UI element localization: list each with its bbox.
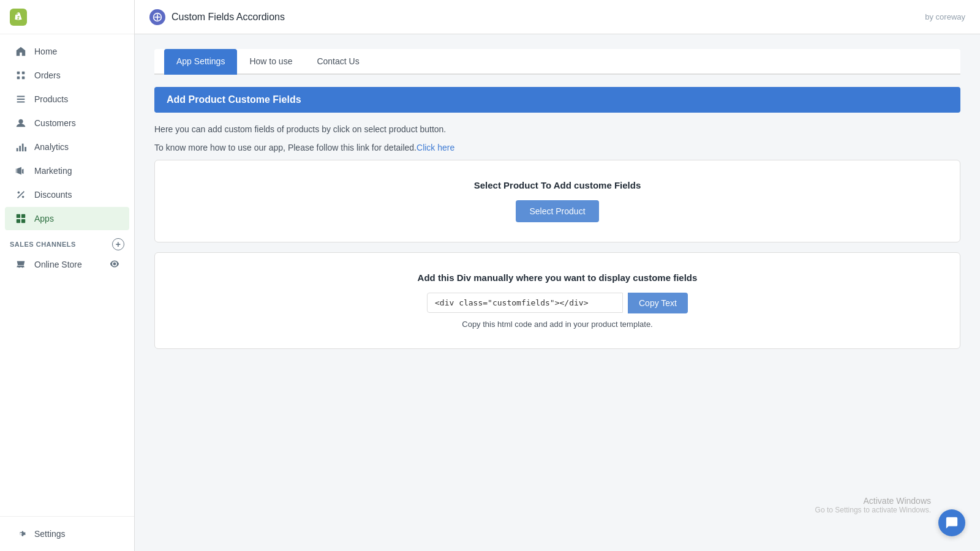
svg-rect-5 — [17, 148, 18, 151]
tabs-container: App Settings How to use Contact Us — [154, 49, 960, 75]
code-hint: Copy this html code and add in your prod… — [462, 320, 652, 329]
sidebar-item-orders[interactable]: Orders — [5, 64, 129, 87]
sidebar-item-home-label: Home — [34, 47, 57, 56]
section-header: Add Product Custome Fields — [154, 87, 960, 113]
sidebar-item-orders-label: Orders — [34, 70, 61, 80]
tab-app-settings[interactable]: App Settings — [164, 49, 237, 75]
svg-point-4 — [18, 119, 23, 124]
description-2-prefix: To know more how to use our app, Please … — [154, 143, 417, 152]
sidebar-item-marketing[interactable]: Marketing — [5, 159, 129, 182]
topbar-by-text: by coreway — [925, 12, 965, 21]
select-product-button[interactable]: Select Product — [516, 200, 598, 222]
svg-rect-13 — [17, 219, 20, 223]
description-1: Here you can add custom fields of produc… — [154, 122, 960, 136]
marketing-icon — [15, 165, 27, 177]
code-row: Copy Text — [427, 293, 688, 313]
add-sales-channel-button[interactable]: + — [112, 238, 124, 250]
code-card: Add this Div manually where you want to … — [154, 252, 960, 349]
svg-rect-7 — [22, 144, 24, 152]
sidebar-item-discounts-label: Discounts — [34, 190, 72, 200]
svg-rect-8 — [24, 147, 26, 151]
app-logo-icon — [149, 9, 165, 25]
sidebar-item-customers-label: Customers — [34, 118, 76, 128]
customers-icon — [15, 117, 27, 129]
analytics-icon — [15, 141, 27, 153]
svg-rect-14 — [21, 219, 25, 223]
description-2: To know more how to use our app, Please … — [154, 141, 960, 154]
sidebar-item-online-store[interactable]: Online Store — [5, 253, 129, 276]
copy-text-button[interactable]: Copy Text — [628, 293, 688, 313]
code-input[interactable] — [427, 293, 623, 313]
sidebar-item-apps-label: Apps — [34, 214, 54, 223]
sales-channels-label: SALES CHANNELS — [10, 241, 76, 248]
apps-icon — [15, 212, 27, 225]
topbar: Custom Fields Accordions by coreway — [135, 0, 980, 34]
home-icon — [15, 45, 27, 58]
sidebar-item-apps[interactable]: Apps — [5, 207, 129, 230]
svg-rect-1 — [22, 72, 25, 75]
select-card-title: Select Product To Add custome Fields — [474, 180, 641, 190]
main-content: Custom Fields Accordions by coreway App … — [135, 0, 980, 551]
click-here-link[interactable]: Click here — [417, 143, 454, 152]
discounts-icon — [15, 189, 27, 201]
svg-rect-12 — [21, 214, 25, 218]
sidebar-item-products-label: Products — [34, 94, 68, 104]
settings-icon — [15, 528, 27, 540]
svg-rect-6 — [19, 146, 21, 151]
orders-icon — [15, 69, 27, 81]
tab-how-to-use[interactable]: How to use — [237, 49, 304, 75]
sidebar-logo — [0, 0, 134, 34]
sidebar-item-home[interactable]: Home — [5, 40, 129, 63]
chat-bubble-button[interactable] — [938, 509, 965, 536]
sales-channels-header: SALES CHANNELS + — [0, 231, 134, 253]
select-product-card: Select Product To Add custome Fields Sel… — [154, 160, 960, 242]
sidebar-item-analytics[interactable]: Analytics — [5, 135, 129, 159]
topbar-title: Custom Fields Accordions — [172, 12, 285, 23]
tab-contact-us[interactable]: Contact Us — [304, 49, 371, 75]
svg-point-10 — [22, 196, 24, 198]
online-store-label: Online Store — [34, 260, 82, 269]
svg-rect-2 — [17, 77, 20, 80]
online-store-visibility-icon[interactable] — [110, 259, 119, 271]
svg-rect-11 — [17, 214, 20, 218]
content-area: App Settings How to use Contact Us Add P… — [135, 34, 980, 551]
sidebar-nav: Home Orders Products — [0, 34, 134, 516]
svg-rect-0 — [17, 72, 20, 75]
code-card-title: Add this Div manually where you want to … — [418, 272, 698, 283]
svg-point-9 — [18, 192, 20, 194]
sidebar-bottom: Settings — [0, 516, 134, 551]
products-icon — [15, 93, 27, 105]
shopify-logo-icon — [10, 9, 27, 26]
topbar-left: Custom Fields Accordions — [149, 9, 285, 25]
sidebar-item-customers[interactable]: Customers — [5, 111, 129, 135]
online-store-icon — [15, 258, 27, 271]
sidebar-item-marketing-label: Marketing — [34, 166, 72, 176]
sidebar-item-discounts[interactable]: Discounts — [5, 183, 129, 206]
sidebar-item-products[interactable]: Products — [5, 88, 129, 111]
settings-label: Settings — [34, 529, 66, 539]
sidebar: Home Orders Products — [0, 0, 135, 551]
sidebar-item-analytics-label: Analytics — [34, 142, 69, 152]
svg-rect-3 — [22, 77, 25, 80]
sidebar-item-settings[interactable]: Settings — [5, 522, 129, 545]
